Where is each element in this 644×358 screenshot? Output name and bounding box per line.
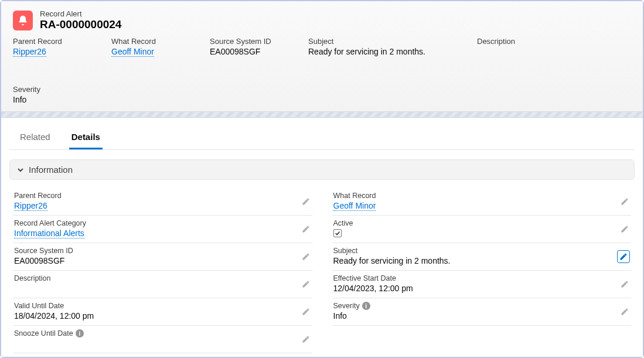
- field-value-description: [14, 284, 296, 294]
- pencil-icon[interactable]: [617, 250, 630, 263]
- field-snooze-until-date: Snooze Until Date i: [13, 326, 312, 353]
- field-value-valid-until-date: 18/04/2024, 12:00 pm: [14, 311, 296, 322]
- hl-label-description: Description: [477, 37, 547, 46]
- link-parent-record[interactable]: Ripper26: [14, 201, 47, 211]
- pencil-icon[interactable]: [301, 224, 311, 234]
- field-label-effective-start-date: Effective Start Date: [333, 274, 615, 282]
- pencil-icon[interactable]: [619, 196, 630, 207]
- pencil-icon[interactable]: [301, 334, 311, 345]
- chevron-down-icon: [16, 165, 25, 175]
- field-active: Active: [332, 216, 632, 243]
- record-header: Record Alert RA-0000000024 Parent Record…: [1, 1, 643, 112]
- pencil-icon[interactable]: [301, 279, 311, 289]
- info-icon[interactable]: i: [76, 329, 84, 337]
- tab-details[interactable]: Details: [69, 127, 103, 149]
- field-value-subject: Ready for servicing in 2 months.: [333, 256, 615, 267]
- field-value-snooze-until-date: [14, 339, 296, 349]
- highlights-panel: Parent Record Ripper26 What Record Geoff…: [13, 37, 631, 104]
- hl-value-subject: Ready for servicing in 2 months.: [308, 47, 449, 56]
- link-record-alert-category[interactable]: Informational Alerts: [14, 229, 84, 238]
- field-source-system-id: Source System ID EA00098SGF: [13, 243, 312, 271]
- field-label-valid-until-date: Valid Until Date: [14, 302, 296, 310]
- field-value-source-system-id: EA00098SGF: [14, 256, 296, 267]
- info-icon[interactable]: i: [362, 302, 370, 310]
- pencil-icon[interactable]: [619, 224, 630, 234]
- pencil-icon[interactable]: [301, 306, 311, 317]
- field-valid-until-date: Valid Until Date 18/04/2024, 12:00 pm: [13, 298, 312, 326]
- field-record-alert-category: Record Alert Category Informational Aler…: [13, 216, 312, 243]
- field-value-severity: Info: [333, 311, 615, 322]
- link-what-record[interactable]: Geoff Minor: [333, 201, 376, 211]
- hl-value-source-system-id: EA00098SGF: [210, 47, 280, 56]
- record-type-label: Record Alert: [40, 9, 121, 18]
- hl-label-source-system-id: Source System ID: [210, 37, 280, 46]
- field-label-snooze-until-date: Snooze Until Date i: [14, 329, 296, 337]
- field-what-record: What Record Geoff Minor: [332, 188, 632, 216]
- bell-icon: [13, 11, 33, 30]
- field-parent-record: Parent Record Ripper26: [13, 188, 312, 216]
- record-name: RA-0000000024: [40, 18, 121, 31]
- field-label-record-alert-category: Record Alert Category: [14, 219, 296, 227]
- pencil-icon[interactable]: [301, 196, 311, 207]
- section-title: Information: [29, 165, 73, 175]
- field-label-description: Description: [14, 274, 296, 282]
- field-severity: Severity i Info: [332, 298, 632, 326]
- field-label-what-record: What Record: [333, 192, 615, 200]
- tab-related[interactable]: Related: [18, 127, 53, 149]
- tab-bar: Related Details: [9, 121, 635, 150]
- field-value-effective-start-date: 12/04/2023, 12:00 pm: [333, 284, 615, 294]
- pencil-icon[interactable]: [301, 251, 311, 262]
- field-label-active: Active: [333, 219, 615, 227]
- field-label-parent-record: Parent Record: [14, 192, 296, 200]
- path-background: [1, 112, 643, 118]
- hl-label-subject: Subject: [308, 37, 449, 46]
- hl-label-severity: Severity: [13, 85, 83, 94]
- hl-label-parent-record: Parent Record: [13, 37, 83, 46]
- hl-link-what-record[interactable]: Geoff Minor: [111, 47, 154, 57]
- active-checkbox: [333, 229, 342, 237]
- field-effective-start-date: Effective Start Date 12/04/2023, 12:00 p…: [332, 271, 632, 298]
- field-subject: Subject Ready for servicing in 2 months.: [332, 243, 632, 271]
- hl-value-severity: Info: [13, 95, 83, 104]
- section-information[interactable]: Information: [9, 159, 635, 180]
- pencil-icon[interactable]: [619, 279, 630, 289]
- hl-label-what-record: What Record: [111, 37, 182, 46]
- hl-link-parent-record[interactable]: Ripper26: [13, 47, 46, 57]
- field-label-severity: Severity i: [333, 302, 615, 310]
- pencil-icon[interactable]: [619, 306, 630, 317]
- field-description: Description: [13, 271, 312, 298]
- field-label-subject: Subject: [333, 247, 615, 255]
- field-label-source-system-id: Source System ID: [14, 247, 296, 255]
